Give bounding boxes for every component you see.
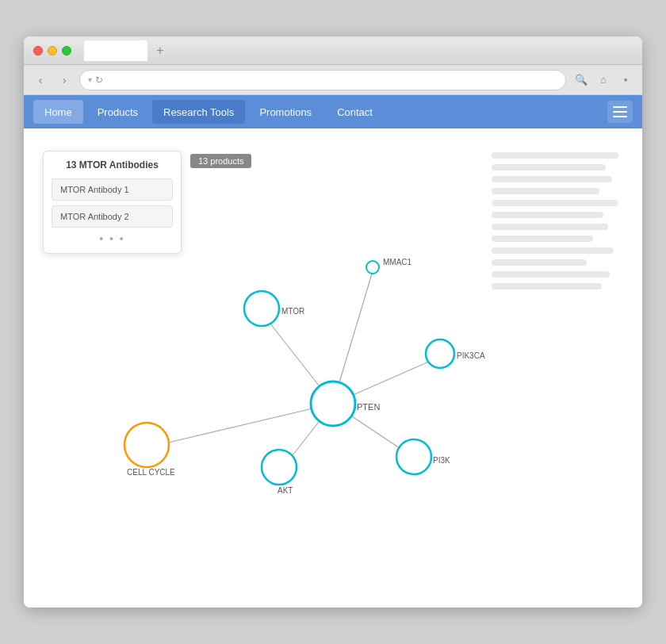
nav-item-contact[interactable]: Contact	[326, 100, 384, 124]
back-button[interactable]: ‹	[32, 71, 49, 89]
browser-window: + ‹ › ▾ ↻ 🔍 ⌂ ▪ Home Products Research T…	[24, 36, 642, 608]
label-pi3k: PI3K	[433, 456, 450, 465]
label-mmac1: MMAC1	[383, 258, 412, 266]
products-badge: 13 products	[190, 154, 251, 168]
label-akt: AKT	[278, 486, 293, 495]
label-pten: PTEN	[357, 402, 380, 412]
address-bar: ‹ › ▾ ↻ 🔍 ⌂ ▪	[24, 65, 642, 95]
product-item-2[interactable]: MTOR Antibody 2	[52, 205, 173, 228]
product-item-1[interactable]: MTOR Antibody 1	[52, 178, 173, 201]
traffic-lights	[33, 46, 71, 56]
product-panel: 13 MTOR Antibodies MTOR Antibody 1 MTOR …	[43, 151, 182, 254]
home-icon[interactable]: ⌂	[595, 71, 612, 89]
label-pik3ca: PIK3CA	[457, 351, 485, 360]
label-mtor: MTOR	[281, 307, 304, 316]
node-mtor[interactable]	[244, 291, 279, 326]
node-akt[interactable]	[262, 450, 297, 485]
toolbar-icons: 🔍 ⌂ ▪	[572, 71, 634, 89]
node-mmac1[interactable]	[366, 261, 379, 274]
edge-pten-cellcycle	[148, 404, 333, 447]
search-icon[interactable]: 🔍	[572, 71, 590, 89]
node-pik3ca[interactable]	[426, 339, 454, 368]
product-panel-title: 13 MTOR Antibodies	[52, 159, 173, 171]
forward-button[interactable]: ›	[56, 71, 73, 89]
tab-bar: +	[84, 40, 633, 61]
hamburger-menu-button[interactable]	[607, 101, 633, 123]
product-more-dots: • • •	[52, 232, 173, 245]
extensions-icon[interactable]: ▪	[617, 71, 634, 89]
nav-item-home[interactable]: Home	[33, 100, 83, 124]
nav-item-research-tools[interactable]: Research Tools	[152, 100, 245, 124]
active-tab[interactable]	[84, 40, 147, 61]
new-tab-button[interactable]: +	[149, 43, 171, 59]
title-bar: +	[24, 36, 642, 65]
url-dropdown-icon: ▾	[88, 75, 92, 84]
node-pi3k[interactable]	[396, 439, 431, 474]
reload-icon[interactable]: ↻	[95, 75, 103, 86]
nav-bar: Home Products Research Tools Promotions …	[24, 95, 642, 128]
close-button[interactable]	[33, 46, 43, 56]
node-cell-cycle[interactable]	[124, 423, 169, 467]
nav-item-products[interactable]: Products	[86, 100, 149, 124]
minimize-button[interactable]	[48, 46, 57, 56]
nav-item-promotions[interactable]: Promotions	[248, 100, 323, 124]
hamburger-icon	[613, 106, 627, 117]
label-cell-cycle: CELL CYCLE	[127, 468, 175, 477]
page-content: 13 MTOR Antibodies MTOR Antibody 1 MTOR …	[24, 128, 642, 608]
url-bar[interactable]: ▾ ↻	[79, 70, 566, 90]
maximize-button[interactable]	[62, 46, 71, 56]
node-pten[interactable]	[311, 381, 355, 426]
